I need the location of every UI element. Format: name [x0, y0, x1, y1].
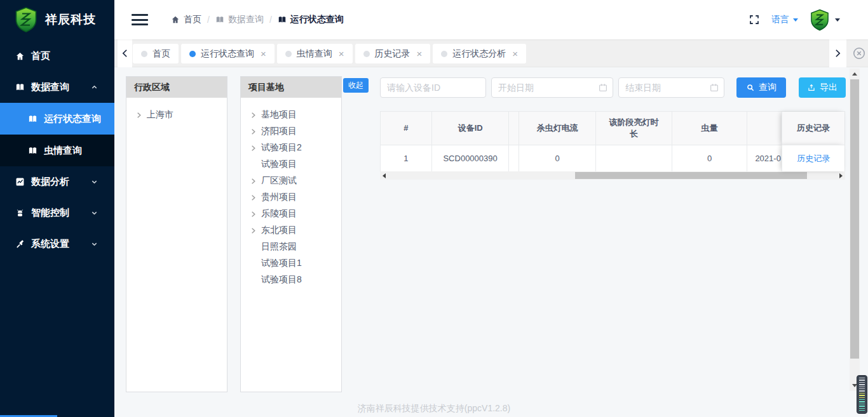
- book-icon: [28, 146, 37, 156]
- scroll-right-arrow[interactable]: [837, 171, 845, 180]
- chevron-right-icon[interactable]: [250, 145, 257, 152]
- scroll-left-arrow[interactable]: [380, 171, 388, 180]
- scrollmap-teal-stripes: [859, 399, 865, 411]
- breadcrumb-home[interactable]: 首页: [171, 14, 201, 25]
- chevron-right-icon[interactable]: [250, 112, 257, 119]
- tab-close-icon[interactable]: [512, 49, 518, 58]
- project-tree: 基地项目 济阳项目 试验项目2 试验项目 厂区测试 贵州项目: [241, 98, 341, 288]
- tabs-scroll-right-button[interactable]: [829, 39, 846, 67]
- tab-dot: [141, 51, 147, 57]
- tree-item[interactable]: 试验项目2: [250, 140, 341, 156]
- region-panel: 行政区域 上海市: [126, 76, 227, 392]
- cell-index: 1: [381, 145, 431, 171]
- breadcrumb-separator: /: [207, 15, 210, 25]
- cell-light-duration: [595, 145, 672, 171]
- table-horizontal-scrollbar[interactable]: [380, 171, 845, 180]
- region-tree: 上海市: [126, 98, 227, 123]
- sidebar-item-home[interactable]: 首页: [0, 41, 114, 72]
- tab-run-status-analysis[interactable]: 运行状态分析: [433, 44, 526, 63]
- table-header-device-id: 设备ID: [431, 112, 509, 145]
- tab-dot: [285, 51, 292, 57]
- export-button-label: 导出: [820, 82, 837, 93]
- search-button[interactable]: 查询: [736, 77, 786, 98]
- tree-item-label: 贵州项目: [261, 192, 297, 203]
- tab-history[interactable]: 历史记录: [355, 44, 431, 63]
- avatar[interactable]: [810, 9, 830, 31]
- chevron-down-icon: [91, 178, 98, 185]
- chevron-right-icon[interactable]: [250, 128, 257, 135]
- tab-insect-query[interactable]: 虫情查询: [277, 44, 353, 63]
- tools-icon: [15, 239, 25, 249]
- tab-close-icon[interactable]: [417, 49, 423, 58]
- user-menu[interactable]: [810, 9, 840, 31]
- tree-item[interactable]: 试验项目: [250, 156, 341, 173]
- vertical-scrollbar[interactable]: [850, 69, 860, 391]
- sidebar-item-data-query[interactable]: 数据查询: [0, 72, 114, 103]
- close-all-tabs-icon[interactable]: [852, 46, 866, 60]
- sidebar-item-run-status[interactable]: 运行状态查询: [0, 103, 114, 135]
- chevron-right-icon[interactable]: [250, 178, 257, 185]
- table-header-lamp-current: 杀虫灯电流: [519, 112, 595, 145]
- breadcrumb: 首页 / 数据查询 / 运行状态查询: [171, 0, 344, 39]
- tab-label: 虫情查询: [297, 48, 332, 60]
- export-button[interactable]: 导出: [799, 77, 846, 98]
- tree-item[interactable]: 济阳项目: [250, 123, 341, 140]
- language-selector[interactable]: 语言: [771, 14, 798, 25]
- tab-label: 首页: [153, 48, 170, 60]
- history-record-link[interactable]: 历史记录: [797, 153, 830, 164]
- scrollmap-widget: [857, 375, 867, 414]
- tree-item-label: 济阳项目: [261, 126, 297, 137]
- vertical-scroll-thumb[interactable]: [850, 79, 859, 359]
- sidebar-item-label: 虫情查询: [44, 145, 82, 157]
- start-date-field: [491, 77, 613, 98]
- tabs-scroll-left-button[interactable]: [118, 39, 132, 67]
- brand-name: 祥辰科技: [45, 11, 96, 28]
- home-icon: [15, 51, 25, 61]
- tree-item[interactable]: 试验项目8: [250, 272, 341, 288]
- tree-item[interactable]: 试验项目1: [250, 255, 341, 272]
- chevron-right-icon[interactable]: [250, 227, 257, 234]
- tabbar: 首页 运行状态查询 虫情查询 历史记录 运行状态分析: [114, 39, 868, 67]
- chevron-right-icon[interactable]: [250, 211, 257, 218]
- sidebar-item-insect-query[interactable]: 虫情查询: [0, 135, 114, 166]
- tab-home[interactable]: 首页: [133, 44, 179, 63]
- tree-item[interactable]: 厂区测试: [250, 173, 341, 189]
- scroll-up-arrow[interactable]: [850, 69, 860, 79]
- breadcrumb-separator: /: [269, 15, 272, 25]
- start-date-input[interactable]: [491, 77, 613, 98]
- topbar: 首页 / 数据查询 / 运行状态查询 语言: [114, 0, 868, 39]
- tree-item[interactable]: 乐陵项目: [250, 206, 341, 222]
- end-date-input[interactable]: [618, 77, 724, 98]
- sidebar-item-smart-control[interactable]: 智能控制: [0, 197, 114, 228]
- language-label: 语言: [771, 14, 789, 25]
- device-id-input[interactable]: [380, 77, 486, 98]
- footer-support-text: 济南祥辰科技提供技术支持(ppcV1.2.8): [307, 403, 561, 414]
- tree-item[interactable]: 日照茶园: [250, 239, 341, 255]
- topbar-right: 语言: [749, 0, 840, 39]
- tab-close-icon[interactable]: [339, 49, 344, 58]
- tree-item-shanghai[interactable]: 上海市: [135, 107, 227, 123]
- fullscreen-icon[interactable]: [749, 14, 760, 25]
- tree-item[interactable]: 东北项目: [250, 222, 341, 239]
- breadcrumb-section[interactable]: 数据查询: [215, 14, 264, 25]
- horizontal-scroll-thumb[interactable]: [575, 172, 807, 179]
- cell-date-partial: 2021-0: [747, 145, 782, 171]
- tab-close-icon[interactable]: [261, 49, 266, 58]
- home-icon: [171, 15, 180, 24]
- tab-run-status[interactable]: 运行状态查询: [181, 44, 275, 63]
- sidebar-item-system-settings[interactable]: 系统设置: [0, 228, 114, 260]
- chevron-right-icon[interactable]: [135, 112, 142, 119]
- sidebar-item-label: 数据分析: [31, 176, 69, 188]
- tree-item[interactable]: 贵州项目: [250, 189, 341, 206]
- book-icon: [215, 15, 224, 24]
- tree-item-label: 试验项目2: [261, 142, 302, 154]
- tree-item[interactable]: 基地项目: [250, 107, 341, 123]
- sidebar-item-data-analysis[interactable]: 数据分析: [0, 166, 114, 197]
- collapse-panels-button[interactable]: 收起: [343, 78, 369, 93]
- export-icon: [807, 83, 816, 92]
- hamburger-menu-icon[interactable]: [132, 14, 148, 25]
- chevron-right-icon[interactable]: [250, 194, 257, 201]
- sidebar-item-label: 运行状态查询: [44, 113, 101, 125]
- end-date-field: [618, 77, 724, 98]
- chevron-down-icon: [793, 18, 798, 22]
